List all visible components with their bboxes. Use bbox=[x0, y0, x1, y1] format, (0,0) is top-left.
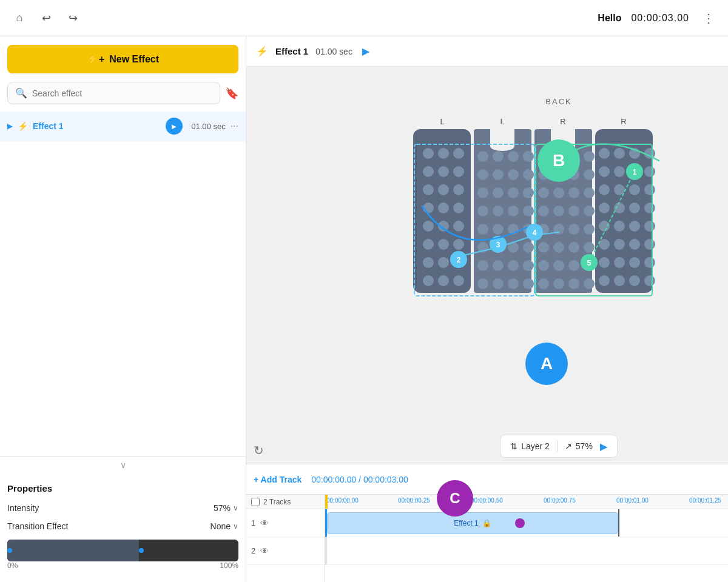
ruler-inner: 00:00:00.00 00:00:00.25 00:00:00.50 00:0… bbox=[325, 495, 728, 509]
svg-point-62 bbox=[508, 260, 519, 271]
ruler-time-3: 00:00:00.75 bbox=[544, 497, 576, 504]
svg-point-124 bbox=[599, 257, 610, 268]
svg-text:R: R bbox=[621, 117, 626, 126]
effect-block-1[interactable]: Effect 1 🔒 bbox=[327, 512, 618, 534]
effect-block-lock-icon: 🔒 bbox=[482, 519, 491, 527]
svg-point-14 bbox=[453, 148, 464, 159]
effect-play-button[interactable]: ▶ bbox=[166, 118, 183, 135]
svg-point-78 bbox=[568, 187, 579, 198]
svg-point-52 bbox=[477, 224, 488, 235]
svg-point-50 bbox=[508, 206, 519, 216]
lightning-icon: ⚡+ bbox=[87, 53, 104, 65]
intensity-fill bbox=[7, 540, 139, 561]
slider-thumb-right[interactable] bbox=[139, 548, 144, 553]
svg-point-29 bbox=[453, 239, 464, 250]
transition-row: Transition Effect None ∨ bbox=[7, 521, 238, 531]
transition-value[interactable]: None ∨ bbox=[211, 521, 238, 531]
svg-point-22 bbox=[438, 202, 449, 213]
track-2-eye-button[interactable]: 👁 bbox=[260, 546, 269, 556]
svg-point-76 bbox=[538, 187, 549, 198]
refresh-button[interactable]: ↻ bbox=[254, 443, 264, 458]
collapse-icon[interactable]: ∨ bbox=[120, 460, 126, 470]
svg-point-65 bbox=[493, 278, 504, 289]
svg-point-79 bbox=[584, 187, 595, 198]
effect-list-item[interactable]: ▶ ⚡ Effect 1 ▶ 01.00 sec ··· bbox=[0, 112, 246, 141]
svg-point-90 bbox=[568, 242, 579, 253]
redo-button[interactable]: ↪ bbox=[63, 8, 83, 28]
svg-point-21 bbox=[423, 202, 434, 213]
svg-point-123 bbox=[644, 239, 655, 250]
svg-point-23 bbox=[453, 202, 464, 213]
intensity-value[interactable]: 57% ∨ bbox=[214, 503, 238, 513]
svg-point-33 bbox=[423, 275, 434, 286]
effect-name-label: Effect 1 bbox=[33, 121, 161, 131]
svg-point-71 bbox=[584, 151, 595, 162]
layer-select[interactable]: ⇅ Layer 2 bbox=[510, 441, 550, 451]
layer-arrows-icon: ⇅ bbox=[510, 441, 517, 451]
intensity-value-text: 57% bbox=[214, 503, 231, 513]
undo-button[interactable]: ↩ bbox=[36, 8, 56, 28]
transition-label: Transition Effect bbox=[7, 521, 211, 531]
svg-point-20 bbox=[453, 184, 464, 195]
svg-point-64 bbox=[477, 278, 488, 289]
svg-point-105 bbox=[614, 166, 625, 177]
main-layout: ⚡+ New Effect 🔍 🔖 ▶ ⚡ Effect 1 ▶ 01.00 s… bbox=[0, 36, 728, 582]
track-1-row: Effect 1 🔒 bbox=[325, 509, 728, 537]
timeline-start-marker bbox=[325, 495, 328, 509]
tracks-checkbox[interactable] bbox=[251, 498, 260, 506]
annotation-b: B bbox=[538, 139, 580, 182]
search-bar: 🔍 🔖 bbox=[7, 82, 238, 104]
svg-point-43 bbox=[523, 169, 534, 180]
more-options-button[interactable]: ⋮ bbox=[699, 8, 718, 28]
svg-point-91 bbox=[584, 242, 595, 253]
track-1-eye-button[interactable]: 👁 bbox=[260, 518, 269, 528]
intensity-chevron-icon: ∨ bbox=[233, 504, 238, 512]
new-effect-button[interactable]: ⚡+ New Effect bbox=[7, 45, 238, 73]
svg-point-54 bbox=[508, 224, 519, 235]
svg-point-63 bbox=[523, 260, 534, 271]
svg-point-129 bbox=[614, 275, 625, 286]
svg-point-118 bbox=[629, 221, 640, 232]
intensity-label: Intensity bbox=[7, 503, 214, 513]
track-1-num: 1 bbox=[251, 518, 255, 527]
effect-header-name: Effect 1 bbox=[275, 46, 308, 56]
add-track-button[interactable]: + Add Track bbox=[254, 475, 302, 484]
home-button[interactable]: ⌂ bbox=[10, 8, 29, 28]
search-input[interactable] bbox=[32, 89, 212, 98]
svg-point-37 bbox=[493, 151, 504, 162]
tracks-header-row: 2 Tracks bbox=[246, 495, 325, 509]
effect-header-bolt-icon: ⚡ bbox=[256, 45, 268, 57]
effect-header-play-button[interactable]: ▶ bbox=[362, 45, 369, 57]
svg-point-59 bbox=[523, 242, 534, 253]
annotation-c-label: C bbox=[450, 490, 460, 507]
svg-point-35 bbox=[453, 275, 464, 286]
svg-point-83 bbox=[584, 206, 595, 216]
svg-point-97 bbox=[553, 278, 564, 289]
svg-point-40 bbox=[477, 169, 488, 180]
zoom-info: ↗ 57% bbox=[565, 441, 593, 451]
effect-more-button[interactable]: ··· bbox=[231, 121, 238, 132]
timeline-body: 2 Tracks 1 👁 2 👁 bbox=[246, 495, 728, 582]
zoom-value: 57% bbox=[576, 441, 593, 451]
track-2-row bbox=[325, 537, 728, 565]
intensity-slider[interactable] bbox=[7, 540, 238, 561]
top-bar-right: Hello 00:00:03.00 ⋮ bbox=[598, 8, 718, 28]
timeline-scroll-area[interactable]: 00:00:00.00 00:00:00.25 00:00:00.50 00:0… bbox=[325, 495, 728, 582]
svg-point-66 bbox=[508, 278, 519, 289]
effect-duration: 01.00 sec bbox=[191, 122, 225, 131]
svg-point-26 bbox=[453, 221, 464, 232]
svg-point-88 bbox=[538, 242, 549, 253]
canvas-play-button[interactable]: ▶ bbox=[600, 441, 607, 452]
annotation-a: A bbox=[525, 343, 568, 385]
slider-thumb-left[interactable] bbox=[7, 548, 12, 553]
timeline-separator: / bbox=[359, 475, 363, 484]
svg-point-60 bbox=[477, 260, 488, 271]
effect-header-time: 01.00 sec bbox=[315, 47, 352, 56]
layer-name: Layer 2 bbox=[521, 441, 550, 451]
slider-min-label: 0% bbox=[7, 561, 18, 570]
bookmark-button[interactable]: 🔖 bbox=[225, 87, 238, 100]
timeline-section: + Add Track 00:00:00.00 / 00:00:03.00 ⏮ … bbox=[246, 464, 728, 582]
svg-text:3: 3 bbox=[496, 241, 500, 249]
svg-text:L: L bbox=[440, 117, 444, 126]
svg-point-77 bbox=[553, 187, 564, 198]
